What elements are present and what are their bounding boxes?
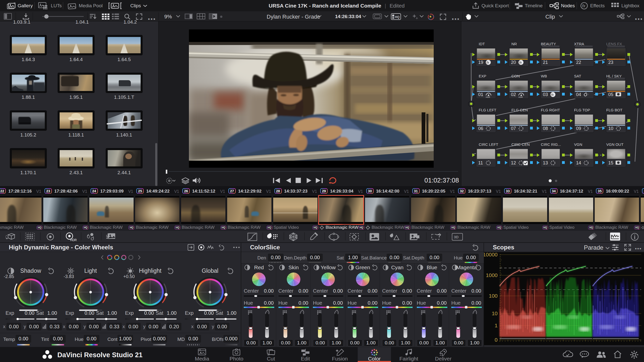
svg-text:10: 10	[492, 310, 498, 316]
svg-text:3D: 3D	[454, 235, 459, 239]
svg-text:fx: fx	[582, 4, 585, 8]
svg-text:fx: fx	[487, 61, 489, 64]
svg-text:fx: fx	[519, 61, 522, 64]
svg-text:1: 1	[495, 323, 498, 328]
svg-text:10000: 10000	[484, 252, 498, 257]
svg-text:HDR: HDR	[70, 238, 77, 242]
svg-text:HDR: HDR	[518, 96, 523, 98]
svg-text:fx: fx	[551, 93, 554, 97]
svg-text:HDR: HDR	[486, 96, 490, 98]
svg-text:1000: 1000	[486, 272, 498, 278]
svg-text:100: 100	[489, 293, 498, 299]
svg-text:HQ: HQ	[395, 15, 399, 19]
svg-text:0: 0	[495, 337, 498, 343]
